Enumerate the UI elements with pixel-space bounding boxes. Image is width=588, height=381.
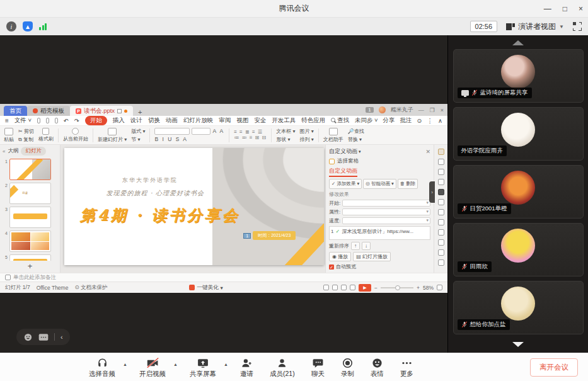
participant-tile[interactable]: 日贸2001单橙 (453, 165, 584, 219)
zoom-in-button[interactable]: + (417, 285, 420, 291)
share-screen-button[interactable]: 共享屏幕 ▲ (182, 357, 224, 378)
textbox-button[interactable]: 文本框 ▾ (276, 128, 295, 135)
caption-keyboard-icon[interactable] (38, 333, 49, 341)
speed-select[interactable] (342, 217, 430, 224)
smart-animation-button[interactable]: ◎ 智能动画 ▾ (363, 179, 396, 189)
menu-devtools[interactable]: 开发工具 (272, 117, 296, 125)
menu-transition[interactable]: 切换 (148, 117, 160, 125)
scroll-up-arrow[interactable] (512, 40, 524, 45)
collapse-panel-icon[interactable]: « (3, 149, 5, 154)
collapse-pill-icon[interactable]: ‹ (61, 333, 63, 341)
selection-pane-label[interactable]: 选择窗格 (337, 157, 359, 165)
emoji-quick-icon[interactable] (23, 333, 33, 342)
strip-history-icon[interactable] (438, 259, 444, 266)
layout-button[interactable]: 版式 ▾ (131, 128, 145, 135)
notes-bar[interactable]: 单击此处添加备注 (0, 273, 447, 281)
animation-list[interactable]: 1 ✓ 深末浅笔原创设计」https://ww... (329, 226, 430, 240)
close-button[interactable]: × (579, 5, 583, 13)
add-effect-button[interactable]: ✓ 添加效果 ▾ (329, 179, 362, 189)
strip-template-icon[interactable] (438, 199, 444, 205)
tab-outline[interactable]: 大纲 (8, 147, 18, 155)
cloud-sync-status[interactable]: 未同步 ˅ (355, 117, 378, 125)
leave-meeting-button[interactable]: 离开会议 (530, 358, 578, 377)
wps-tab-home[interactable]: 首页 (4, 106, 27, 116)
participant-tile[interactable]: 想给你加点盐 (453, 281, 584, 334)
font-grow-shrink[interactable]: A A (212, 128, 224, 135)
doc-assistant-button[interactable]: 文档助手 (323, 128, 343, 143)
record-button[interactable]: 录制 (333, 357, 362, 378)
doc-protect-status[interactable]: ⊙ 文档未保护 (74, 284, 107, 292)
hamburger-icon[interactable]: ≡ (5, 117, 9, 124)
emoji-button[interactable]: 表情 (362, 357, 392, 378)
share-options-caret[interactable]: ▲ (224, 362, 228, 367)
chevron-down-icon[interactable]: ▾ (359, 149, 361, 154)
zoom-level[interactable]: 58% (423, 285, 434, 291)
start-select[interactable] (342, 200, 430, 207)
new-tab-button[interactable]: + (138, 108, 142, 116)
paste-button[interactable]: 粘贴 (4, 128, 14, 143)
menu-design[interactable]: 设计 (130, 117, 142, 125)
zoom-out-button[interactable]: − (374, 285, 378, 291)
print-icon[interactable] (46, 118, 49, 123)
paragraph-align-buttons[interactable]: ≡ ≡ ≣ ≡ ☰≔ ≕ ≡ ⊞ ⊟ (234, 130, 267, 141)
font-size-select[interactable] (192, 128, 210, 135)
more-menu-icon[interactable]: ⋮ (427, 117, 434, 124)
wps-tab-docer[interactable]: 稻壳模板 (27, 106, 70, 116)
zoom-slider[interactable] (381, 287, 413, 288)
fit-screen-icon[interactable] (437, 285, 442, 290)
normal-view-icon[interactable] (323, 285, 329, 290)
find-button[interactable]: 🔎查找 (348, 128, 364, 135)
arrange-button[interactable]: 排列 ▾ (299, 136, 313, 143)
slide-thumbnail-2[interactable]: 2 目录 (1, 183, 57, 204)
minimize-button[interactable]: — (544, 5, 551, 13)
notification-badge[interactable]: 1 (366, 107, 373, 113)
preview-icon[interactable] (55, 118, 58, 123)
replace-button[interactable]: 替换 ▾ (348, 136, 364, 143)
picture-button[interactable]: 图片 ▾ (299, 128, 313, 135)
menu-start[interactable]: 开始 (85, 116, 107, 125)
menu-features[interactable]: 特色应用 (301, 117, 325, 125)
save-icon[interactable] (37, 118, 40, 123)
slide-thumbnail-1[interactable]: 1 (1, 159, 57, 180)
play-from-current-button[interactable]: 从当前开始 (63, 128, 88, 142)
beautify-button[interactable]: 一键美化 ▾ (189, 284, 222, 292)
font-family-select[interactable] (154, 128, 190, 135)
undo-icon[interactable]: ↶ (64, 117, 69, 124)
menu-file[interactable]: 文件 ˅ (14, 117, 32, 125)
video-button[interactable]: 开启视频 ▲ (131, 357, 174, 378)
menu-insert[interactable]: 插入 (113, 117, 125, 125)
meeting-info-icon[interactable]: i (6, 21, 16, 31)
strip-audio-icon[interactable] (438, 239, 444, 246)
strip-notes-icon[interactable] (438, 189, 444, 195)
maximize-button[interactable]: □ (563, 5, 567, 13)
text-format-buttons[interactable]: B I U S A (154, 136, 224, 142)
security-shield-icon[interactable]: ▲ (23, 21, 33, 31)
slideshow-play-icon[interactable]: ▶ (359, 284, 371, 292)
participant-tile[interactable]: 田雨欣 (453, 223, 584, 276)
invite-button[interactable]: 邀请 (232, 357, 262, 378)
slide-thumbnail-3[interactable]: 3 (1, 207, 57, 228)
menu-security[interactable]: 安全 (254, 117, 266, 125)
sorter-view-icon[interactable] (332, 285, 338, 290)
strip-media-icon[interactable] (438, 229, 444, 236)
strip-transition-icon[interactable] (438, 159, 444, 165)
copy-button[interactable]: ⧉ 复制 (18, 136, 34, 143)
menu-review[interactable]: 审阅 (219, 117, 231, 125)
wps-tab-document[interactable]: P 读书会.pptx (70, 106, 133, 116)
strip-design-icon[interactable] (438, 169, 444, 175)
section-button[interactable]: 节 ▾ (131, 136, 145, 143)
view-mode-selector[interactable]: 演讲者视图 ▼ (506, 21, 564, 32)
menu-animation[interactable]: 动画 (166, 117, 178, 125)
collapse-ribbon-icon[interactable]: ∧ (438, 117, 442, 124)
slide-thumbnail-5[interactable]: 5 (1, 254, 57, 261)
strip-settings-icon[interactable] (438, 249, 444, 256)
help-icon[interactable]: ⊙ (417, 117, 422, 124)
panel-expand-handle[interactable]: › (429, 181, 435, 203)
format-painter-button[interactable]: 格式刷 (38, 128, 54, 142)
reading-view-icon[interactable] (341, 285, 347, 290)
cut-button[interactable]: ✂ 剪切 (18, 128, 34, 135)
reorder-down-button[interactable]: ↓ (362, 242, 371, 250)
close-panel-icon[interactable]: ✕ (425, 149, 430, 155)
current-slide[interactable]: 东华大学外语学院 发现爱的旅程 · 心理爱好读书会 第4期 · 读书分享会 1 … (64, 148, 324, 265)
redo-icon[interactable]: ↷ (74, 117, 79, 124)
